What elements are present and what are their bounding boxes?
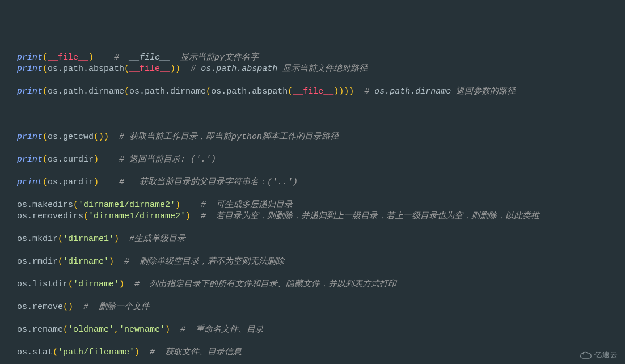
code-line: [17, 313, 625, 324]
token-punct: (: [124, 87, 129, 96]
token-comment: 返回参数的路径: [456, 87, 516, 96]
token-builtin: print: [17, 87, 43, 96]
token-ident: [94, 53, 114, 62]
token-ident: os.path.dirname: [129, 87, 206, 96]
token-string: 'oldname': [68, 325, 114, 335]
token-punct: ): [88, 53, 94, 62]
token-punct: (: [43, 64, 48, 74]
code-line: [17, 120, 625, 132]
token-punct: (: [68, 280, 73, 289]
token-punct: (: [124, 64, 129, 74]
watermark-logo: 亿速云: [580, 349, 618, 361]
token-punct: (: [288, 87, 293, 96]
token-ident: [119, 234, 129, 244]
code-line: print(os.getcwd()) # 获取当前工作目录，即当前python脚…: [17, 132, 625, 143]
token-punct: ): [114, 234, 119, 244]
token-comment: # 删除单级空目录，若不为空则无法删除: [124, 257, 284, 266]
token-punct: (: [63, 325, 68, 335]
token-builtin: print: [17, 132, 43, 142]
token-punct: ): [165, 325, 170, 335]
token-comment: # 列出指定目录下的所有文件和目录、隐藏文件，并以列表方式打印: [134, 280, 396, 289]
token-punct: (: [43, 53, 48, 62]
code-line: os.listdir('dirname') # 列出指定目录下的所有文件和目录、…: [17, 279, 625, 290]
token-punct: ): [94, 177, 99, 187]
code-line: print(__file__) # __file__ 显示当前py文件名字: [17, 52, 625, 64]
token-builtin: print: [17, 177, 43, 187]
code-line: print(os.pardir) # 获取当前目录的父目录字符串名：('..'): [17, 177, 625, 188]
token-ident: os.makedirs: [17, 200, 73, 210]
token-ident: [180, 200, 201, 210]
token-string: 'dirname1/dirname2': [88, 211, 185, 221]
token-ident: [191, 211, 201, 221]
token-punct: )))): [333, 87, 354, 96]
token-ident: os.pardir: [48, 177, 94, 187]
code-line: [17, 98, 625, 109]
token-comment: 显示当前py文件名字: [170, 53, 259, 62]
token-string: 'dirname1/dirname2': [78, 200, 175, 210]
code-line: os.makedirs('dirname1/dirname2') # 可生成多层…: [17, 200, 625, 211]
code-line: os.remove() # 删除一个文件: [17, 302, 625, 313]
token-ident: os.listdir: [17, 280, 68, 289]
token-ident: [114, 257, 124, 266]
token-ident: os.mkdir: [17, 234, 58, 244]
token-comment-bold: os.path.dirname: [374, 87, 456, 96]
code-line: os.rmdir('dirname') # 删除单级空目录，若不为空则无法删除: [17, 256, 625, 268]
token-ident: [73, 302, 83, 312]
token-builtin: print: [17, 64, 43, 74]
token-builtin: print: [17, 155, 43, 164]
token-punct: (: [43, 87, 48, 96]
token-punct: (: [73, 200, 78, 210]
token-ident: [109, 132, 119, 142]
token-ident: os.path.abspath: [48, 64, 124, 74]
token-ident: os.remove: [17, 302, 63, 312]
token-ident: [140, 348, 150, 357]
token-punct: ()): [94, 132, 109, 142]
code-block: print(__file__) # __file__ 显示当前py文件名字pri…: [17, 52, 625, 364]
token-ident: [180, 64, 191, 74]
code-line: os.rename('oldname','newname') # 重命名文件、目…: [17, 324, 625, 336]
token-ident: os.getcwd: [48, 132, 94, 142]
token-punct: ): [119, 280, 124, 289]
token-comment: # 获取当前工作目录，即当前python脚本工作的目录路径: [119, 132, 339, 142]
code-line: [17, 166, 625, 177]
token-dunder: __file__: [129, 64, 170, 74]
token-comment: # 返回当前目录: ('.'): [119, 155, 216, 164]
token-punct: (: [83, 211, 88, 221]
token-ident: [99, 177, 119, 187]
token-comment: # 若目录为空，则删除，并递归到上一级目录，若上一级目录也为空，则删除，以此类推: [201, 211, 539, 221]
code-line: [17, 290, 625, 302]
token-punct: (: [43, 132, 48, 142]
code-line: [17, 222, 625, 234]
token-string: 'dirname1': [63, 234, 114, 244]
token-string: 'dirname': [63, 257, 109, 266]
token-string: 'dirname': [73, 280, 119, 289]
token-ident: [124, 280, 134, 289]
token-punct: (: [43, 155, 48, 164]
token-punct: (: [53, 348, 58, 357]
token-punct: (: [58, 234, 63, 244]
token-punct: ): [175, 200, 180, 210]
token-builtin: print: [17, 53, 43, 62]
token-dunder: __file__: [48, 53, 88, 62]
code-line: [17, 336, 625, 347]
token-comment: #: [191, 64, 201, 74]
token-comment: 显示当前文件绝对路径: [282, 64, 368, 74]
token-string: 'path/filename': [58, 348, 134, 357]
token-comment: # 重命名文件、目录: [180, 325, 264, 335]
token-string: 'newname': [119, 325, 165, 335]
token-comment-bold: os.path.abspath: [201, 64, 282, 74]
token-dunder: __file__: [293, 87, 333, 96]
token-comment: #生成单级目录: [129, 234, 185, 244]
watermark-text: 亿速云: [594, 349, 618, 361]
token-punct: ): [109, 257, 114, 266]
token-ident: [99, 155, 119, 164]
token-ident: os.removedirs: [17, 211, 83, 221]
token-punct: ): [185, 211, 191, 221]
code-line: [17, 358, 625, 364]
token-ident: os.stat: [17, 348, 53, 357]
cloud-icon: [580, 350, 592, 359]
token-ident: os.curdir: [48, 155, 94, 164]
token-punct: ): [134, 348, 140, 357]
token-punct: (): [63, 302, 73, 312]
token-punct: (: [58, 257, 63, 266]
